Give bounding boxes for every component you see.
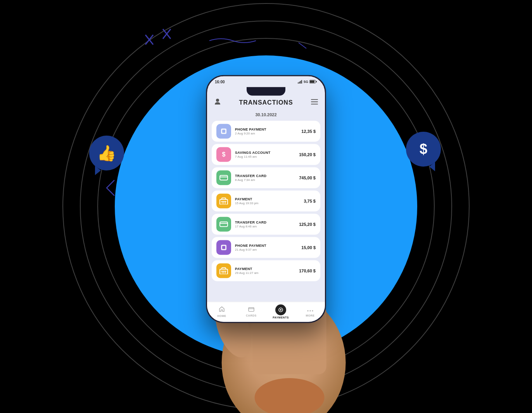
svg-rect-14 [299, 82, 300, 84]
header-title: TRANSACTIONS [239, 99, 293, 106]
tx-info-4: PAYMENT 15 Aug 19:33 pm [235, 197, 300, 205]
svg-rect-13 [298, 83, 299, 84]
status-bar: 16:00 5G [207, 76, 325, 87]
dollar-bubble: $ [406, 132, 441, 167]
svg-rect-21 [311, 99, 318, 100]
dollar-icon: $ [420, 141, 427, 157]
payments-icon-bg [275, 305, 286, 315]
svg-point-45 [280, 309, 282, 311]
like-icon: 👍 [97, 144, 116, 162]
transaction-item[interactable]: PAYMENT 15 Aug 19:33 pm 3,75 $ [212, 191, 320, 212]
app-content: TRANSACTIONS 30.10.2022 [207, 87, 325, 322]
user-icon[interactable] [214, 98, 221, 107]
svg-rect-26 [220, 176, 228, 180]
svg-rect-16 [301, 80, 302, 84]
nav-payments-label: PAYMENTS [273, 316, 289, 319]
tx-icon-3 [216, 170, 231, 185]
transaction-item[interactable]: PHONE PAYMENT 21 Aug 9:37 am 15,00 $ [212, 237, 320, 258]
page-root: 👍 $ [0, 0, 532, 413]
tx-icon-7 [216, 263, 231, 278]
tx-info-5: TRANSFER CARD 17 Aug 8:46 am [235, 220, 295, 228]
svg-rect-33 [220, 222, 228, 227]
transaction-list[interactable]: PHONE PAYMENT 2 Aug 9:20 am 12,35 $ $ [207, 119, 325, 302]
app-header: TRANSACTIONS [207, 95, 325, 109]
svg-rect-42 [249, 308, 254, 311]
tx-icon-6 [216, 240, 231, 255]
like-bubble: 👍 [89, 136, 124, 170]
svg-point-46 [307, 310, 309, 311]
phone-screen: 16:00 5G TRANSACT [207, 76, 325, 322]
phone-container: 16:00 5G TRANSACT [206, 75, 326, 323]
svg-point-20 [216, 99, 219, 102]
tx-icon-5 [216, 217, 231, 232]
nav-payments[interactable]: PAYMENTS [266, 305, 295, 319]
more-icon [307, 306, 313, 313]
menu-icon[interactable] [311, 99, 318, 106]
transaction-item[interactable]: $ SAVINGS ACCOUNT 7 Aug 11:45 am 150,20 … [212, 144, 320, 165]
transaction-item[interactable]: TRANSFER CARD 8 Aug 7:34 am 745,00 $ [212, 167, 320, 188]
tx-info-2: SAVINGS ACCOUNT 7 Aug 11:45 am [235, 151, 295, 158]
tx-info-3: TRANSFER CARD 8 Aug 7:34 am [235, 174, 295, 182]
tx-info-7: PAYMENT 29 Aug 11:27 am [235, 267, 295, 275]
tx-icon-1 [216, 124, 231, 139]
tx-info-1: PHONE PAYMENT 2 Aug 9:20 am [235, 127, 297, 135]
phone: 16:00 5G TRANSACT [206, 75, 326, 323]
home-icon [219, 306, 225, 314]
svg-rect-19 [310, 81, 314, 83]
tx-icon-2: $ [216, 147, 231, 162]
nav-home-label: HOME [218, 315, 226, 317]
svg-rect-18 [316, 81, 317, 83]
transaction-item[interactable]: TRANSFER CARD 17 Aug 8:46 am 125,20 $ [212, 214, 320, 235]
status-signal: 5G [298, 80, 317, 84]
transaction-item[interactable]: PAYMENT 29 Aug 11:27 am 170,60 $ [212, 260, 320, 281]
nav-more-label: MORE [306, 314, 315, 317]
bottom-nav: HOME CARDS PAYMENTS [207, 302, 325, 322]
svg-rect-22 [311, 101, 318, 102]
nav-home[interactable]: HOME [207, 306, 237, 317]
cards-icon [248, 306, 254, 313]
nav-more[interactable]: MORE [295, 306, 325, 317]
nav-cards[interactable]: CARDS [237, 306, 266, 317]
nav-cards-label: CARDS [246, 314, 256, 317]
status-time: 16:00 [215, 79, 225, 84]
tx-info-6: PHONE PAYMENT 21 Aug 9:37 am [235, 244, 297, 251]
date-label: 30.10.2022 [255, 112, 276, 117]
svg-point-48 [312, 310, 313, 311]
phone-notch [247, 87, 285, 96]
svg-point-47 [310, 310, 311, 311]
svg-rect-15 [300, 81, 301, 84]
svg-rect-23 [311, 103, 318, 104]
svg-rect-36 [222, 246, 225, 249]
tx-icon-4 [216, 194, 231, 208]
date-section: 30.10.2022 [207, 109, 325, 119]
svg-rect-25 [222, 130, 225, 133]
transaction-item[interactable]: PHONE PAYMENT 2 Aug 9:20 am 12,35 $ [212, 121, 320, 142]
